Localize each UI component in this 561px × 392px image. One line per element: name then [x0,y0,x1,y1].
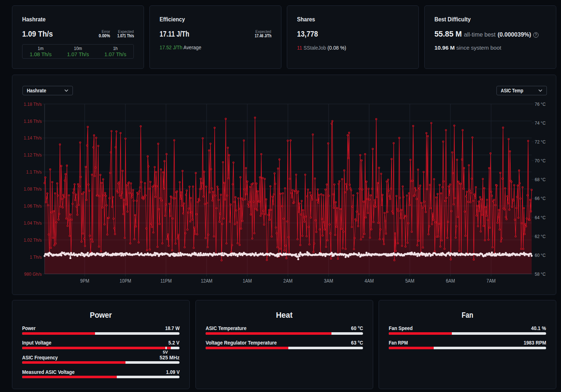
svg-text:3AM: 3AM [324,278,333,283]
svg-text:70 °C: 70 °C [535,158,546,164]
svg-text:12AM: 12AM [201,278,213,283]
svg-text:68 °C: 68 °C [535,177,546,183]
svg-text:1.16 Th/s: 1.16 Th/s [24,118,42,124]
svg-text:64 °C: 64 °C [535,215,546,220]
svg-text:11PM: 11PM [160,278,172,283]
svg-text:10PM: 10PM [120,278,131,283]
svg-text:60 °C: 60 °C [535,253,546,258]
svg-text:1 Th/s: 1 Th/s [30,254,42,260]
svg-text:6AM: 6AM [446,278,455,283]
svg-text:62 °C: 62 °C [535,234,546,239]
svg-text:74 °C: 74 °C [535,120,546,126]
svg-text:1.08 Th/s: 1.08 Th/s [24,187,42,192]
svg-text:9PM: 9PM [80,278,89,283]
svg-text:1.18 Th/s: 1.18 Th/s [24,101,42,107]
svg-text:66 °C: 66 °C [535,196,546,201]
svg-text:1.14 Th/s: 1.14 Th/s [24,135,42,141]
svg-text:1.06 Th/s: 1.06 Th/s [24,204,42,209]
svg-text:1.1 Th/s: 1.1 Th/s [26,170,42,175]
svg-text:980 Gh/s: 980 Gh/s [24,271,42,277]
svg-text:1.12 Th/s: 1.12 Th/s [24,153,42,158]
svg-text:58 °C: 58 °C [535,271,546,277]
svg-text:2AM: 2AM [283,278,292,283]
svg-text:1AM: 1AM [243,278,252,283]
svg-text:76 °C: 76 °C [535,101,546,107]
svg-text:1.04 Th/s: 1.04 Th/s [24,220,42,226]
svg-text:7AM: 7AM [487,278,496,283]
svg-text:5AM: 5AM [405,278,414,283]
svg-text:1.02 Th/s: 1.02 Th/s [24,237,42,243]
svg-text:72 °C: 72 °C [535,139,546,145]
svg-text:4AM: 4AM [364,278,374,283]
